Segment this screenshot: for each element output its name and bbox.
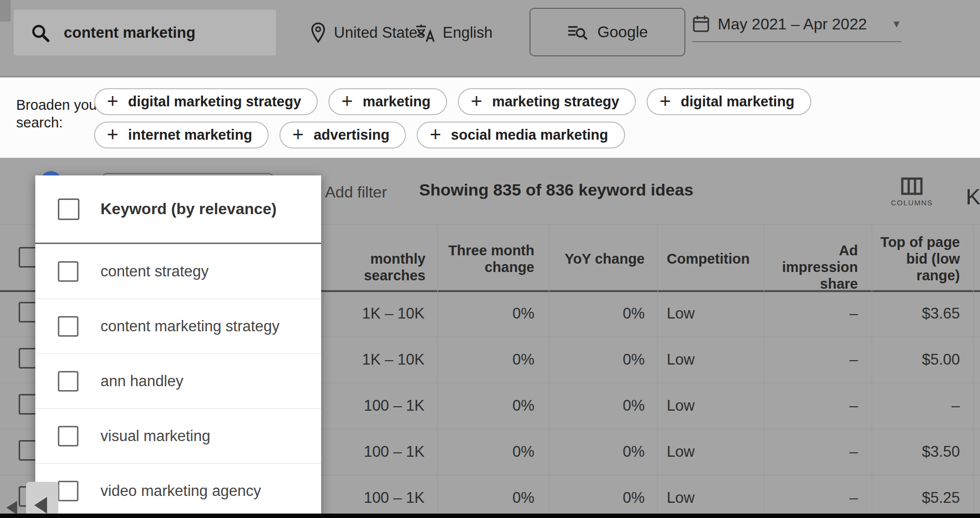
dropdown-item[interactable]: content strategy (35, 244, 321, 299)
table-cell: 100 – 1K (322, 475, 425, 518)
corner-patch (0, 0, 11, 22)
table-cell: 0% (552, 429, 645, 475)
broaden-chip[interactable]: +marketing (328, 88, 447, 115)
add-icon: + (429, 124, 441, 144)
add-icon: + (341, 91, 352, 111)
table-cell: $5.00 (872, 337, 960, 383)
broaden-chip[interactable]: +digital marketing (647, 88, 811, 115)
table-cell: Low (667, 429, 753, 475)
table-cell: 0% (441, 383, 534, 429)
language-label: English (443, 24, 493, 42)
broaden-chip[interactable]: +internet marketing (94, 122, 269, 148)
table-cell: 0% (552, 291, 645, 337)
network-selector-button[interactable]: Google (529, 8, 685, 56)
table-cell: Low (667, 475, 753, 518)
table-cell: 0% (552, 337, 645, 383)
search-icon (30, 23, 50, 43)
search-input[interactable] (63, 24, 261, 42)
table-cell: – (766, 429, 858, 475)
dropdown-item-list: content strategycontent marketing strate… (35, 244, 321, 518)
rewind-arrow-icon[interactable] (6, 501, 17, 515)
add-icon: + (107, 91, 118, 111)
chevron-down-icon: ▼ (891, 18, 902, 30)
chip-label: marketing (363, 94, 431, 110)
column-header-yoy-change[interactable]: YoY change (552, 250, 645, 267)
chip-row-1: +digital marketing strategy+marketing+ma… (94, 88, 811, 115)
dropdown-item-label: video marketing agency (101, 482, 261, 500)
table-cell: 1K – 10K (322, 291, 425, 337)
column-header-top-of-page-bid[interactable]: Top of page bid (low range) (872, 234, 960, 284)
column-header-competition[interactable]: Competition (667, 250, 753, 267)
chip-label: digital marketing strategy (128, 94, 301, 110)
dropdown-header-row[interactable]: Keyword (by relevance) (35, 175, 321, 244)
bottom-black-bar (0, 514, 980, 518)
item-checkbox[interactable] (58, 481, 78, 501)
table-cell: 1K – 10K (322, 337, 425, 383)
table-cell: 0% (552, 383, 645, 429)
table-cell: – (766, 337, 858, 383)
table-cell: 0% (441, 429, 534, 475)
broaden-chip[interactable]: +advertising (279, 122, 406, 148)
add-icon: + (471, 91, 482, 111)
dropdown-item[interactable]: ann handley (35, 354, 321, 409)
table-cell: 0% (441, 475, 534, 518)
add-filter-button[interactable]: Add filter (325, 183, 387, 201)
dropdown-header-label: Keyword (by relevance) (101, 200, 276, 218)
keyword-search-box[interactable] (14, 10, 276, 55)
chip-label: social media marketing (451, 127, 608, 143)
date-range-selector[interactable]: May 2021 – Apr 2022 ▼ (692, 15, 902, 42)
chip-label: advertising (314, 127, 390, 143)
column-header-monthly-searches[interactable]: monthly searches (317, 250, 426, 284)
chip-label: marketing strategy (492, 94, 620, 110)
table-cell: Low (667, 337, 753, 383)
column-header-three-month-change[interactable]: Three month change (441, 242, 534, 275)
network-label: Google (597, 23, 648, 41)
item-checkbox[interactable] (58, 261, 78, 282)
dropdown-item-label: visual marketing (101, 427, 210, 445)
table-cell: 0% (552, 475, 645, 518)
chip-row-2: +internet marketing+advertising+social m… (94, 122, 811, 148)
table-cell: 0% (441, 291, 534, 337)
table-cell: 100 – 1K (322, 383, 425, 429)
table-cell: $3.65 (872, 291, 960, 337)
table-cell: – (766, 475, 858, 518)
column-header-ad-impression-share[interactable]: Ad impression share (765, 242, 858, 292)
table-cell: 100 – 1K (322, 429, 425, 475)
broaden-chip[interactable]: +social media marketing (417, 122, 625, 148)
location-label: United States (334, 24, 425, 42)
add-icon: + (659, 91, 671, 111)
location-selector[interactable]: United States (310, 21, 425, 45)
item-checkbox[interactable] (58, 316, 78, 337)
calendar-icon (692, 15, 710, 33)
item-checkbox[interactable] (58, 426, 78, 446)
item-checkbox[interactable] (58, 371, 78, 392)
add-icon: + (292, 124, 303, 144)
keyword-planner-screen: United States English Google May (0, 0, 980, 518)
dropdown-item[interactable]: video marketing agency (35, 464, 321, 518)
dropdown-item-label: ann handley (101, 372, 183, 390)
showing-count-text: Showing 835 of 836 keyword ideas (419, 180, 693, 199)
table-cell: $3.50 (872, 429, 960, 475)
broaden-chip[interactable]: +marketing strategy (458, 88, 636, 115)
select-all-checkbox[interactable] (58, 198, 79, 220)
table-cell: $5.25 (872, 475, 960, 518)
dropdown-item[interactable]: content marketing strategy (35, 299, 321, 354)
rewind-arrow-icon[interactable] (34, 497, 47, 514)
columns-icon (901, 177, 923, 195)
language-selector[interactable]: English (415, 21, 493, 45)
table-cell: – (872, 383, 960, 429)
search-network-icon (567, 23, 587, 42)
broaden-search-label: Broaden your search: (16, 96, 107, 131)
table-cell: Low (667, 383, 753, 429)
broaden-chips: +digital marketing strategy+marketing+ma… (94, 88, 811, 148)
columns-button[interactable]: COLUMNS (886, 177, 937, 207)
table-cell: – (766, 383, 858, 429)
dropdown-item-label: content strategy (101, 263, 209, 280)
dropdown-item[interactable]: visual marketing (35, 409, 321, 464)
add-icon: + (107, 124, 118, 144)
chip-label: digital marketing (680, 94, 794, 110)
date-range-label: May 2021 – Apr 2022 (718, 15, 867, 33)
location-pin-icon (310, 22, 327, 44)
broaden-chip[interactable]: +digital marketing strategy (94, 88, 318, 115)
table-cell: 0% (441, 337, 534, 383)
